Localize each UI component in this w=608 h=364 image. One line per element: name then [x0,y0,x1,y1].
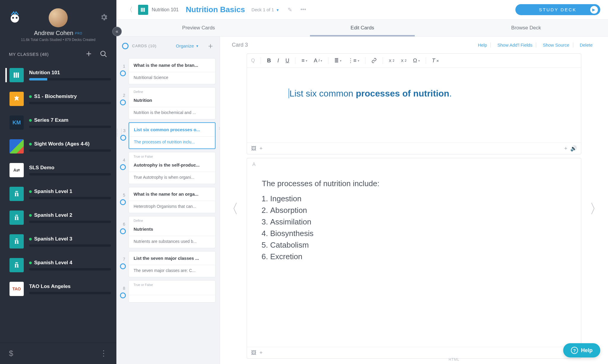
card-number: 2 [121,93,127,98]
class-item[interactable]: A⇄SLS Demo [0,158,116,182]
editor-delete-link[interactable]: Delete [576,42,596,48]
subscript-button[interactable]: X2 [387,57,397,64]
card-row[interactable]: 4True or FalseAutotrophy is the self-pro… [129,152,216,184]
class-progress [29,268,111,270]
card-progress-ring-icon [120,164,126,170]
my-classes-label: MY CLASSES (48) [9,52,49,57]
prev-card-button[interactable]: 〈 [220,53,244,364]
editor-help-link[interactable]: Help [474,42,491,48]
card-row[interactable]: 8True or False [129,280,216,303]
align-button[interactable]: ≡ ▾ [299,56,310,65]
question-input[interactable]: List six common processes of nutrition. [247,68,581,143]
class-item[interactable]: ñSpanish Level 1 [0,182,116,206]
status-dot-icon [29,119,32,122]
app-logo[interactable] [8,11,21,24]
organize-dropdown[interactable]: Organize ▼ [176,43,199,48]
settings-gear-icon[interactable] [100,13,108,21]
card-row[interactable]: 1What is the name of the bran...Nutritio… [129,58,216,84]
class-item[interactable]: ñSpanish Level 2 [0,206,116,230]
class-item[interactable]: ñSpanish Level 3 [0,230,116,253]
card-row[interactable]: 5What is the name for an orga...Heterotr… [129,187,216,213]
chevron-down-icon: ▼ [276,8,279,12]
class-icon: TAO [10,282,24,296]
class-list: Nutrition 101S1 - BiochemistryKMSeries 7… [0,63,116,343]
add-class-button[interactable]: ＋ [84,50,92,58]
card-row[interactable]: 2DefineNutritionNutrition is the biochem… [129,87,216,119]
cards-count-label: CARDS (10) [132,44,156,48]
add-audio-icon[interactable]: 🔊 [570,145,577,152]
symbol-button[interactable]: Ω ▾ [411,56,422,65]
class-item[interactable]: ñSpanish Level 4 [0,253,116,277]
class-item[interactable]: Nutrition 101 [0,63,116,87]
sidebar-more-icon[interactable]: ⋮ [100,349,107,358]
svg-point-2 [16,17,18,19]
number-list-button[interactable]: ⋮≡ ▾ [346,56,362,65]
pricing-icon[interactable]: $ [9,349,13,358]
card-answer-preview: True Autotrophy is when organi... [129,172,215,184]
add-image-icon[interactable]: 🖼 [251,145,256,152]
card-progress-ring-icon [120,228,126,234]
bullet-list-button[interactable]: ≣ ▾ [332,56,344,65]
link-button[interactable] [369,57,379,64]
deck-more-icon[interactable]: ••• [300,7,306,13]
card-answer-preview: The seven major classes are: C... [129,265,215,277]
class-title: TAO Los Angeles [29,284,111,289]
search-classes-button[interactable] [100,50,107,58]
user-stats: 11.6k Total Cards Studied • 879 Decks Cr… [7,38,109,42]
answer-box: A The processes of nutrition include: In… [247,158,581,359]
tab-preview-cards[interactable]: Preview Cards [117,20,281,36]
card-answer-preview: Nutritional Science [129,72,215,84]
tab-edit-cards[interactable]: Edit Cards [281,20,444,36]
answer-list-item: Absorption [270,206,566,215]
italic-button[interactable]: I [275,56,281,65]
sidebar: Andrew CohenPRO 11.6k Total Cards Studie… [0,0,116,364]
deck-count-label[interactable]: Deck 1 of 1 ▼ [251,7,279,12]
class-item[interactable]: Sight Words (Ages 4-6) [0,134,116,158]
question-box: Q B I U ≡ ▾ AI ▾ ≣ ▾ ⋮≡ ▾ [247,53,581,154]
clear-format-button[interactable]: T× [430,56,441,65]
help-fab[interactable]: ? Help [563,343,600,357]
add-media-button[interactable]: + [259,145,263,152]
crumb-class-name[interactable]: Nutrition 101 [152,7,179,12]
user-avatar[interactable] [49,8,68,27]
class-icon: ñ [10,258,24,272]
add-image-icon[interactable]: 🖼 [251,350,256,356]
text-style-button[interactable]: AI ▾ [311,56,324,65]
tab-browse-deck[interactable]: Browse Deck [444,20,608,36]
add-card-button[interactable]: ＋ [207,41,214,51]
card-number: 5 [121,193,127,197]
card-number: 3 [121,128,127,133]
edit-deck-icon[interactable]: ✎ [288,7,292,13]
class-title: Spanish Level 1 [29,189,111,194]
card-row[interactable]: 7List the seven major classes ...The sev… [129,251,216,277]
editor-card-label: Card 3 [232,42,248,48]
back-button[interactable]: 〈 [124,5,134,15]
superscript-button[interactable]: X2 [399,57,409,64]
add-media-button[interactable]: + [259,350,263,356]
class-icon: ñ [10,234,24,249]
class-item[interactable]: S1 - Biochemistry [0,87,116,111]
bold-button[interactable]: B [265,56,273,65]
help-icon: ? [571,347,578,354]
card-list[interactable]: 1What is the name of the bran...Nutritio… [117,55,220,310]
underline-button[interactable]: U [283,56,292,65]
answer-input[interactable]: The processes of nutrition include: Inge… [247,167,581,347]
class-item[interactable]: TAOTAO Los Angeles [0,277,116,301]
card-number: 7 [121,257,127,262]
card-question-preview: What is the name for an orga... [129,187,215,201]
card-progress-ring-icon [120,199,126,205]
card-answer-preview: The processes of nutrition inclu... [129,137,215,148]
editor-show-source-link[interactable]: Show Source [539,42,573,48]
html-mode-label[interactable]: HTML [449,357,460,362]
study-deck-button[interactable]: STUDY DECK ▶ [515,4,600,15]
svg-line-4 [104,55,107,57]
svg-rect-8 [141,8,142,12]
card-row[interactable]: ⋮⋮⋮⋮3×List six common processes o...The … [129,122,216,149]
add-media-right-button[interactable]: + [564,145,567,152]
class-item[interactable]: KMSeries 7 Exam [0,111,116,134]
close-icon[interactable]: × [219,126,220,131]
next-card-button[interactable]: 〉 [584,53,608,364]
editor-show-fields-link[interactable]: Show Add'l Fields [494,42,536,48]
card-row[interactable]: 6DefineNutrientsNutrients are substances… [129,216,216,248]
class-progress [29,221,111,223]
